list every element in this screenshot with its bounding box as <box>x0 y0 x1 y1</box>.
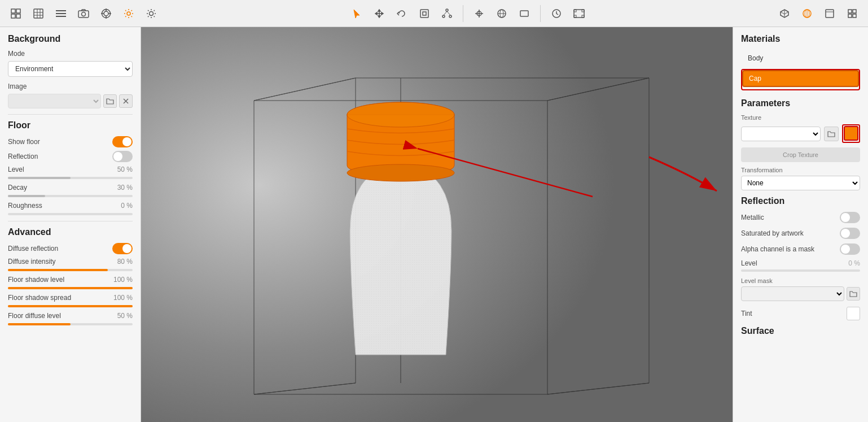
diffuse-reflection-toggle[interactable] <box>112 243 133 254</box>
saturated-row: Saturated by artwork <box>741 228 860 239</box>
saturated-label: Saturated by artwork <box>741 229 804 237</box>
transformation-dropdown[interactable]: None <box>741 176 860 190</box>
texture-color-wrapper <box>842 124 860 143</box>
image-clear-btn[interactable] <box>119 94 133 108</box>
scale-tool[interactable] <box>415 5 433 23</box>
materials-title: Materials <box>741 34 860 44</box>
layers-icon[interactable] <box>821 5 839 23</box>
cube-view-icon[interactable] <box>775 5 794 23</box>
main-area: Background Mode Environment Image <box>0 27 868 422</box>
material-cap[interactable]: Cap <box>742 70 859 87</box>
bottle-cap <box>347 102 454 181</box>
decay-value: 30 % <box>117 184 133 192</box>
reflection-toggle[interactable] <box>112 151 133 162</box>
show-floor-label: Show floor <box>8 138 40 146</box>
grid-icon[interactable] <box>29 5 47 23</box>
background-title: Background <box>8 34 133 44</box>
svg-point-13 <box>82 12 86 16</box>
plane-tool[interactable] <box>515 5 533 23</box>
add-icon[interactable] <box>7 5 25 23</box>
viewport[interactable] <box>141 27 733 422</box>
advanced-section: Advanced Diffuse reflection Diffuse inte… <box>8 227 133 325</box>
light-tool[interactable] <box>470 5 488 23</box>
mask-folder-btn[interactable] <box>847 287 860 301</box>
settings-icon[interactable] <box>120 5 138 23</box>
floor-diffuse-level-value: 50 % <box>117 312 133 320</box>
alpha-row: Alpha channel is a mask <box>741 243 860 255</box>
saturated-toggle[interactable] <box>840 228 860 239</box>
film-tool[interactable] <box>570 5 588 23</box>
mode-dropdown-row: Environment <box>8 61 133 77</box>
image-label-row: Image <box>8 82 133 90</box>
floor-diffuse-level-track[interactable] <box>8 323 133 325</box>
menu-icon[interactable] <box>52 5 70 23</box>
floor-shadow-level-track[interactable] <box>8 287 133 289</box>
scene-svg <box>141 27 733 422</box>
decay-track[interactable] <box>8 195 133 197</box>
reflection-section: Reflection Metallic Saturated by artwork… <box>741 196 860 320</box>
toolbar-center <box>348 5 588 23</box>
svg-rect-2 <box>11 14 15 18</box>
show-floor-row: Show floor <box>8 136 133 147</box>
floor-diffuse-level-row: Floor diffuse level 50 % <box>8 312 133 320</box>
cursor-tool[interactable] <box>348 5 366 23</box>
diffuse-reflection-row: Diffuse reflection <box>8 243 133 254</box>
mode-label: Mode <box>8 50 25 58</box>
material-sphere-icon[interactable] <box>798 5 816 23</box>
svg-rect-33 <box>574 10 584 18</box>
show-floor-toggle[interactable] <box>112 136 133 147</box>
texture-file-btn[interactable] <box>824 127 839 141</box>
svg-point-25 <box>442 15 445 18</box>
level-mask-label: Level mask <box>741 277 860 284</box>
clock-tool[interactable] <box>547 5 565 23</box>
left-panel: Background Mode Environment Image <box>0 27 141 422</box>
svg-rect-3 <box>16 14 20 18</box>
viewport-bg <box>141 27 733 422</box>
level-track[interactable] <box>8 177 133 179</box>
tint-row: Tint <box>741 307 860 320</box>
tint-label: Tint <box>741 310 752 317</box>
metallic-toggle[interactable] <box>840 212 860 223</box>
mode-row: Mode <box>8 50 133 58</box>
crop-texture-btn[interactable]: Crop Texture <box>741 147 860 162</box>
roughness-track[interactable] <box>8 213 133 215</box>
texture-dropdown[interactable] <box>741 127 821 141</box>
rotate-tool[interactable] <box>393 5 411 23</box>
diffuse-intensity-track[interactable] <box>8 269 133 271</box>
refl-level-bg <box>741 269 860 272</box>
target-icon[interactable] <box>97 5 115 23</box>
texture-color-btn[interactable] <box>844 126 858 141</box>
sun-icon[interactable] <box>142 5 160 23</box>
props-icon[interactable] <box>843 5 861 23</box>
diffuse-reflection-label: Diffuse reflection <box>8 245 58 253</box>
node-tool[interactable] <box>438 5 456 23</box>
image-folder-btn[interactable] <box>103 94 117 108</box>
decay-container: Decay 30 % <box>8 184 133 197</box>
parameters-title: Parameters <box>741 98 860 108</box>
tint-color-btn[interactable] <box>847 307 860 320</box>
alpha-toggle[interactable] <box>840 243 860 255</box>
camera-icon[interactable] <box>74 5 93 23</box>
mode-dropdown[interactable]: Environment <box>8 61 133 77</box>
level-mask-dropdown[interactable] <box>741 286 844 301</box>
level-container: Level 50 % <box>8 166 133 179</box>
material-body[interactable]: Body <box>741 50 860 67</box>
floor-shadow-spread-container: Floor shadow spread 100 % <box>8 294 133 307</box>
toolbar-sep1 <box>463 5 463 22</box>
svg-rect-22 <box>420 10 428 18</box>
sphere-tool[interactable] <box>493 5 511 23</box>
move-tool[interactable] <box>370 5 388 23</box>
floor-section: Floor Show floor Reflection Level 50 % <box>8 120 133 215</box>
reflection-title: Reflection <box>741 196 860 206</box>
floor-shadow-spread-track[interactable] <box>8 305 133 307</box>
toolbar <box>0 0 868 27</box>
roughness-container: Roughness 0 % <box>8 202 133 215</box>
svg-rect-46 <box>853 14 856 18</box>
refl-level-row: Level 0 % <box>741 259 860 267</box>
background-section: Background Mode Environment Image <box>8 34 133 108</box>
svg-rect-41 <box>826 10 834 18</box>
reflection-label: Reflection <box>8 153 38 160</box>
floor-shadow-spread-value: 100 % <box>113 294 133 302</box>
image-dropdown[interactable] <box>8 94 101 108</box>
toolbar-left <box>7 5 160 23</box>
